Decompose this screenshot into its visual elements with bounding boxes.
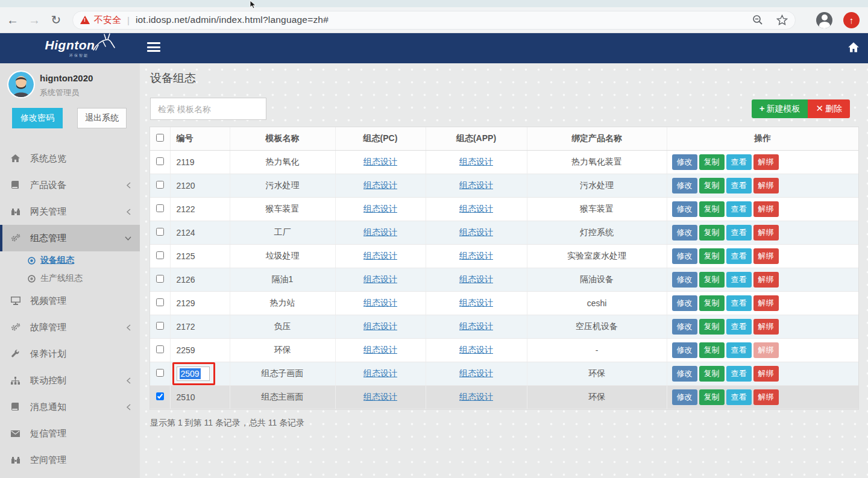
sidebar-subitem-3-0[interactable]: 设备组态 xyxy=(0,251,140,269)
bookmark-star-icon[interactable] xyxy=(776,14,788,26)
app-config-link[interactable]: 组态设计 xyxy=(459,274,493,284)
action-copy-button[interactable]: 复制 xyxy=(699,342,725,358)
app-config-link[interactable]: 组态设计 xyxy=(459,157,493,166)
app-config-link[interactable]: 组态设计 xyxy=(459,368,493,378)
pc-config-link[interactable]: 组态设计 xyxy=(363,321,397,331)
action-view-button[interactable]: 查看 xyxy=(726,178,752,193)
action-unbind-button[interactable]: 解绑 xyxy=(753,272,779,288)
app-config-link[interactable]: 组态设计 xyxy=(459,345,493,354)
row-checkbox[interactable] xyxy=(156,392,164,400)
sidebar-item-7[interactable]: 联动控制 xyxy=(0,367,140,394)
action-edit-button[interactable]: 修改 xyxy=(672,389,697,405)
action-unbind-button[interactable]: 解绑 xyxy=(753,154,779,170)
action-unbind-button[interactable]: 解绑 xyxy=(753,201,779,217)
action-copy-button[interactable]: 复制 xyxy=(699,319,725,335)
reload-icon[interactable]: ↻ xyxy=(47,11,65,29)
action-edit-button[interactable]: 修改 xyxy=(672,295,697,311)
app-config-link[interactable]: 组态设计 xyxy=(459,298,493,307)
search-input[interactable] xyxy=(150,98,266,120)
action-view-button[interactable]: 查看 xyxy=(726,272,752,288)
action-edit-button[interactable]: 修改 xyxy=(672,366,697,382)
sidebar-item-9[interactable]: 短信管理 xyxy=(0,420,140,447)
delete-button[interactable]: ✕删除 xyxy=(808,99,850,118)
sidebar-item-4[interactable]: 视频管理 xyxy=(0,288,140,314)
pc-config-link[interactable]: 组态设计 xyxy=(363,251,397,260)
home-icon[interactable] xyxy=(848,42,860,55)
pc-config-link[interactable]: 组态设计 xyxy=(363,274,397,284)
action-view-button[interactable]: 查看 xyxy=(726,342,752,358)
action-copy-button[interactable]: 复制 xyxy=(699,248,725,264)
logout-button[interactable]: 退出系统 xyxy=(77,108,127,128)
pc-config-link[interactable]: 组态设计 xyxy=(363,227,397,237)
sidebar-item-6[interactable]: 保养计划 xyxy=(0,341,140,367)
pc-config-link[interactable]: 组态设计 xyxy=(363,204,397,213)
sidebar-item-2[interactable]: 网关管理 xyxy=(0,198,140,225)
action-copy-button[interactable]: 复制 xyxy=(699,366,725,382)
action-edit-button[interactable]: 修改 xyxy=(672,225,697,241)
row-checkbox[interactable] xyxy=(156,228,164,236)
forward-icon[interactable]: → xyxy=(25,11,43,29)
action-view-button[interactable]: 查看 xyxy=(726,248,752,264)
row-checkbox[interactable] xyxy=(156,251,164,259)
app-config-link[interactable]: 组态设计 xyxy=(459,180,493,190)
sidebar-item-8[interactable]: 消息通知 xyxy=(0,394,140,420)
sidebar-toggle-icon[interactable] xyxy=(147,42,160,54)
new-template-button[interactable]: +新建模板 xyxy=(752,99,808,118)
action-copy-button[interactable]: 复制 xyxy=(699,225,725,241)
action-edit-button[interactable]: 修改 xyxy=(672,319,697,335)
action-unbind-button[interactable]: 解绑 xyxy=(753,342,779,358)
pc-config-link[interactable]: 组态设计 xyxy=(363,368,397,378)
action-view-button[interactable]: 查看 xyxy=(726,389,752,405)
browser-update-icon[interactable]: ↑ xyxy=(843,12,860,28)
action-view-button[interactable]: 查看 xyxy=(726,295,752,311)
action-copy-button[interactable]: 复制 xyxy=(699,389,725,405)
action-edit-button[interactable]: 修改 xyxy=(672,342,697,358)
select-all-checkbox[interactable] xyxy=(156,134,164,142)
row-checkbox[interactable] xyxy=(156,157,164,165)
action-view-button[interactable]: 查看 xyxy=(726,319,752,335)
browser-profile-avatar[interactable] xyxy=(816,12,832,28)
action-copy-button[interactable]: 复制 xyxy=(699,201,725,217)
sidebar-item-10[interactable]: 空间管理 xyxy=(0,447,140,473)
row-id-edit[interactable]: 2509 xyxy=(177,366,210,381)
sidebar-item-3[interactable]: 组态管理 xyxy=(0,225,140,251)
app-config-link[interactable]: 组态设计 xyxy=(459,204,493,213)
action-unbind-button[interactable]: 解绑 xyxy=(753,319,779,335)
pc-config-link[interactable]: 组态设计 xyxy=(363,345,397,354)
row-checkbox[interactable] xyxy=(156,322,164,330)
action-edit-button[interactable]: 修改 xyxy=(672,248,697,264)
app-config-link[interactable]: 组态设计 xyxy=(459,321,493,331)
action-unbind-button[interactable]: 解绑 xyxy=(753,225,779,241)
row-checkbox[interactable] xyxy=(156,181,164,189)
row-checkbox[interactable] xyxy=(156,345,164,353)
action-view-button[interactable]: 查看 xyxy=(726,201,752,217)
action-view-button[interactable]: 查看 xyxy=(726,366,752,382)
action-view-button[interactable]: 查看 xyxy=(726,225,752,241)
action-edit-button[interactable]: 修改 xyxy=(672,178,697,193)
action-unbind-button[interactable]: 解绑 xyxy=(753,366,779,382)
pc-config-link[interactable]: 组态设计 xyxy=(363,180,397,190)
sidebar-item-1[interactable]: 产品设备 xyxy=(0,172,140,198)
row-checkbox[interactable] xyxy=(156,369,164,377)
app-config-link[interactable]: 组态设计 xyxy=(459,251,493,260)
action-edit-button[interactable]: 修改 xyxy=(672,154,697,170)
row-checkbox[interactable] xyxy=(156,204,164,212)
row-checkbox[interactable] xyxy=(156,275,164,283)
sidebar-item-5[interactable]: 故障管理 xyxy=(0,314,140,341)
action-unbind-button[interactable]: 解绑 xyxy=(753,295,779,311)
action-copy-button[interactable]: 复制 xyxy=(699,154,725,170)
action-view-button[interactable]: 查看 xyxy=(726,154,752,170)
back-icon[interactable]: ← xyxy=(4,11,22,29)
pc-config-link[interactable]: 组态设计 xyxy=(363,392,397,401)
app-config-link[interactable]: 组态设计 xyxy=(459,227,493,237)
row-checkbox[interactable] xyxy=(156,298,164,306)
action-unbind-button[interactable]: 解绑 xyxy=(753,248,779,264)
pc-config-link[interactable]: 组态设计 xyxy=(363,298,397,307)
address-bar[interactable]: 不安全 | iot.idosp.net/admin/index.html?lan… xyxy=(72,11,796,30)
action-unbind-button[interactable]: 解绑 xyxy=(753,389,779,405)
zoom-out-icon[interactable] xyxy=(752,14,763,25)
action-unbind-button[interactable]: 解绑 xyxy=(753,178,779,193)
pc-config-link[interactable]: 组态设计 xyxy=(363,157,397,166)
sidebar-item-0[interactable]: 系统总览 xyxy=(0,145,140,172)
action-copy-button[interactable]: 复制 xyxy=(699,178,725,193)
